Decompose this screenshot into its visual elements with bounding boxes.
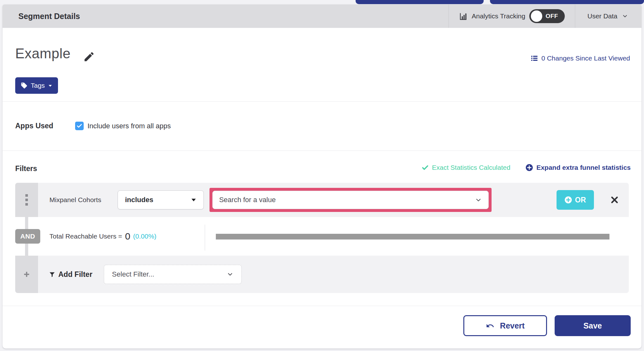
exact-statistics-label: Exact Statistics Calculated	[432, 164, 510, 171]
plus-icon	[23, 271, 30, 278]
analytics-tracking-label: Analytics Tracking	[472, 12, 525, 20]
reachable-users-stats: Total Reachable Users = 0 (0.00%)	[49, 217, 157, 256]
x-icon[interactable]	[610, 195, 619, 205]
stats-prefix: Total Reachable Users =	[49, 233, 122, 240]
plus-circle-icon	[564, 196, 572, 204]
tag-icon	[21, 82, 28, 89]
top-tab-button-right[interactable]	[490, 0, 644, 4]
bar-chart-icon	[459, 12, 467, 21]
tags-button[interactable]: Tags	[15, 77, 58, 94]
filter-field-label: Mixpanel Cohorts	[49, 196, 101, 204]
filters-status-area: Exact Statistics Calculated Expand extra…	[422, 164, 631, 171]
pencil-icon[interactable]	[83, 51, 95, 63]
apps-used-label: Apps Used	[15, 122, 75, 130]
section-divider	[3, 101, 641, 102]
footer-actions: Revert Save	[463, 315, 631, 336]
toggle-knob	[531, 10, 542, 22]
filter-drag-handle[interactable]	[15, 183, 38, 217]
add-filter-label: Add Filter	[58, 270, 92, 279]
changes-link-label: 0 Changes Since Last Viewed	[541, 54, 630, 62]
top-tab-button-left[interactable]	[356, 0, 484, 4]
value-search-select[interactable]	[212, 191, 489, 209]
or-button-label: OR	[575, 196, 586, 204]
user-data-label: User Data	[587, 12, 617, 20]
analytics-tracking-group: Analytics Tracking OFF	[449, 4, 575, 28]
plus-circle-icon	[525, 164, 533, 171]
undo-icon	[486, 322, 494, 330]
chevron-down-icon	[227, 271, 234, 278]
add-filter-row: Add Filter Select Filter...	[15, 256, 629, 293]
stats-value: 0	[125, 231, 130, 242]
operator-select[interactable]: includes	[118, 190, 204, 209]
apps-used-row: Apps Used Include users from all apps	[15, 122, 171, 130]
stats-divider	[205, 225, 205, 251]
list-icon	[531, 54, 538, 62]
section-divider	[3, 150, 641, 151]
funnel-icon	[49, 271, 55, 278]
save-button-label: Save	[583, 321, 602, 330]
segment-details-card: Segment Details Analytics Tracking OFF U…	[3, 4, 641, 348]
caret-down-icon	[48, 83, 53, 88]
reachable-users-progress-bar	[216, 234, 609, 239]
operator-value: includes	[125, 196, 153, 204]
check-icon	[422, 164, 429, 171]
select-filter-dropdown[interactable]: Select Filter...	[104, 265, 242, 284]
chevron-down-icon	[475, 196, 482, 204]
expand-link-label: Expand extra funnel statistics	[536, 164, 631, 171]
segment-name: Example	[15, 46, 71, 61]
analytics-tracking-toggle[interactable]: OFF	[529, 9, 565, 23]
and-stats-row: AND Total Reachable Users = 0 (0.00%)	[15, 217, 629, 256]
toggle-state-label: OFF	[545, 13, 558, 20]
include-all-apps-checkbox[interactable]	[75, 122, 84, 130]
chevron-down-icon	[622, 13, 628, 19]
value-select-highlight	[209, 188, 492, 212]
caret-down-icon	[191, 197, 196, 203]
card-header: Segment Details Analytics Tracking OFF U…	[3, 4, 641, 28]
add-filter-handle[interactable]	[15, 256, 38, 293]
user-data-dropdown[interactable]: User Data	[575, 4, 641, 28]
save-button[interactable]: Save	[555, 315, 631, 336]
add-filter-label-group: Add Filter	[49, 270, 92, 279]
exact-statistics-status: Exact Statistics Calculated	[422, 164, 510, 171]
filter-rows: Mixpanel Cohorts includes	[15, 183, 629, 293]
and-badge: AND	[15, 229, 40, 244]
revert-button[interactable]: Revert	[463, 315, 547, 336]
grip-dots-icon	[25, 194, 28, 206]
filter-row: Mixpanel Cohorts includes	[15, 183, 629, 217]
changes-since-last-viewed-link[interactable]: 0 Changes Since Last Viewed	[531, 54, 630, 62]
add-or-condition-button[interactable]: OR	[557, 190, 594, 210]
value-search-input[interactable]	[219, 196, 475, 204]
include-all-apps-label: Include users from all apps	[87, 122, 171, 130]
expand-funnel-statistics-link[interactable]: Expand extra funnel statistics	[525, 164, 631, 171]
stats-percent: (0.00%)	[133, 233, 157, 240]
select-filter-placeholder: Select Filter...	[112, 270, 154, 278]
tags-button-label: Tags	[31, 82, 45, 89]
section-divider	[3, 306, 641, 306]
revert-button-label: Revert	[500, 321, 525, 330]
page-title: Segment Details	[18, 12, 80, 21]
filters-title: Filters	[15, 164, 37, 173]
